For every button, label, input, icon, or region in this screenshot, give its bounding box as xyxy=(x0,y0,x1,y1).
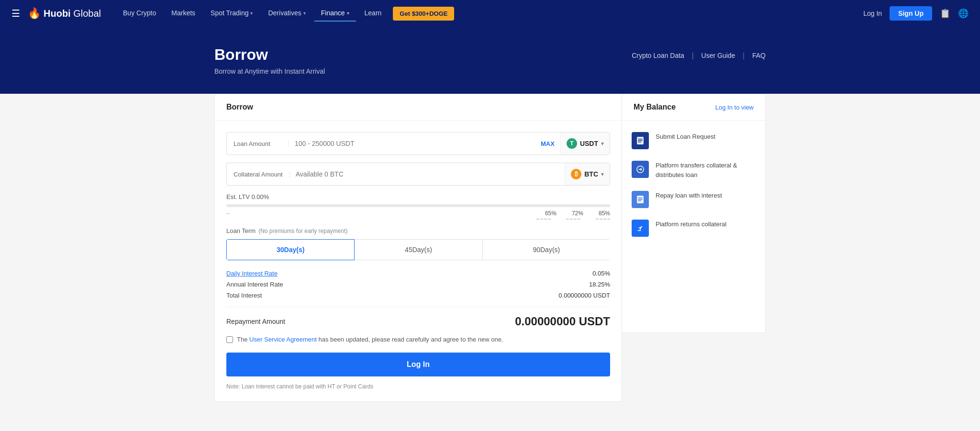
loan-currency-chevron-icon: ▾ xyxy=(601,141,604,147)
ltv-dash: – xyxy=(226,210,230,217)
nav-markets[interactable]: Markets xyxy=(165,5,202,22)
user-icon[interactable]: 📋 xyxy=(940,8,950,19)
globe-icon[interactable]: 🌐 xyxy=(958,8,969,19)
hamburger-icon[interactable]: ☰ xyxy=(11,8,20,19)
finance-chevron-icon: ▾ xyxy=(347,11,349,16)
collateral-input[interactable] xyxy=(290,170,565,178)
process-icon-1 xyxy=(632,132,649,149)
nav-spot-trading[interactable]: Spot Trading ▾ xyxy=(204,5,259,22)
ltv-72-marker: 72% xyxy=(572,210,583,217)
login-button[interactable]: Log In xyxy=(226,353,610,376)
loan-amount-label: Loan Amount xyxy=(227,140,289,147)
total-interest-row: Total Interest 0.00000000 USDT xyxy=(226,292,610,299)
total-interest-label: Total Interest xyxy=(226,292,262,299)
daily-rate-row: Daily Interest Rate 0.05% xyxy=(226,270,610,277)
process-icon-3 xyxy=(632,191,649,208)
total-interest-value: 0.00000000 USDT xyxy=(558,292,610,299)
right-login-link[interactable]: Log In to view xyxy=(715,104,754,111)
hero-sep-2: | xyxy=(743,52,745,59)
annual-rate-value: 18.25% xyxy=(589,281,610,288)
svg-rect-1 xyxy=(638,139,643,140)
ltv-bar-track xyxy=(226,204,610,207)
ltv-65-marker: 65% xyxy=(545,210,557,217)
svg-rect-6 xyxy=(638,198,643,199)
derivatives-chevron-icon: ▾ xyxy=(303,11,306,16)
my-balance-title: My Balance xyxy=(634,103,676,111)
process-text-2: Platform transfers collateral & distribu… xyxy=(656,161,756,179)
right-panel: My Balance Log In to view Submit Loan Re… xyxy=(622,94,766,333)
nav-derivatives[interactable]: Derivatives ▾ xyxy=(261,5,312,22)
process-item-4: Platform returns collateral xyxy=(632,220,756,237)
collateral-currency-selector[interactable]: ₿ BTC ▾ xyxy=(565,163,610,185)
logo[interactable]: 🔥 Huobi Global xyxy=(28,7,101,20)
signup-button[interactable]: Sign Up xyxy=(890,6,932,21)
page-subtitle: Borrow at Anytime with Instant Arrival xyxy=(214,67,325,75)
hero-links: Crypto Loan Data | User Guide | FAQ xyxy=(632,46,766,59)
ltv-bar-section: – 65% 72% 85% xyxy=(226,204,610,221)
ltv-85-marker: 85% xyxy=(599,210,610,217)
note-text: Note: Loan interest cannot be paid with … xyxy=(226,383,610,390)
term-30-button[interactable]: 30Day(s) xyxy=(226,239,355,260)
daily-rate-label[interactable]: Daily Interest Rate xyxy=(226,270,278,277)
hero-section: Borrow Borrow at Anytime with Instant Ar… xyxy=(0,27,980,94)
page-title: Borrow xyxy=(214,46,325,64)
borrow-card-body: Loan Amount MAX T USDT ▾ Collateral Amou… xyxy=(215,121,622,401)
collateral-label: Collateral Amount xyxy=(227,171,290,178)
nav-buy-crypto[interactable]: Buy Crypto xyxy=(116,5,163,22)
loan-currency-selector[interactable]: T USDT ▾ xyxy=(560,133,610,155)
collateral-amount-row: Collateral Amount ₿ BTC ▾ xyxy=(226,163,610,186)
process-icon-2 xyxy=(632,161,649,178)
nav-right: Log In Sign Up 📋 🌐 xyxy=(863,6,969,21)
repayment-row: Repayment Amount 0.00000000 USDT xyxy=(226,315,610,328)
process-icon-4 xyxy=(632,220,649,237)
svg-rect-2 xyxy=(638,140,643,141)
crypto-loan-data-link[interactable]: Crypto Loan Data xyxy=(632,52,684,59)
loan-term-note: (No premiums for early repayment) xyxy=(258,228,347,234)
loan-amount-row: Loan Amount MAX T USDT ▾ xyxy=(226,132,610,155)
right-panel-body: Submit Loan Request Platform transfers c… xyxy=(622,121,765,260)
cta-button[interactable]: Get $300+DOGE xyxy=(393,7,454,21)
nav-learn[interactable]: Learn xyxy=(358,5,389,22)
loan-amount-input[interactable] xyxy=(289,140,535,147)
collateral-currency-chevron-icon: ▾ xyxy=(601,171,604,177)
process-text-3: Repay loan with interest xyxy=(656,191,722,200)
process-text-1: Submit Loan Request xyxy=(656,132,715,142)
agreement-link[interactable]: User Service Agreement xyxy=(249,336,317,343)
usdt-icon: T xyxy=(567,138,577,149)
faq-link[interactable]: FAQ xyxy=(752,52,766,59)
hero-sep-1: | xyxy=(692,52,694,59)
agreement-checkbox[interactable] xyxy=(226,336,233,343)
loan-term-label: Loan Term xyxy=(226,227,256,234)
user-guide-link[interactable]: User Guide xyxy=(702,52,735,59)
loan-currency-label: USDT xyxy=(580,140,598,147)
annual-rate-label: Annual Interest Rate xyxy=(226,281,283,288)
annual-rate-row: Annual Interest Rate 18.25% xyxy=(226,281,610,288)
term-45-button[interactable]: 45Day(s) xyxy=(354,239,482,260)
agreement-text: The User Service Agreement has been upda… xyxy=(237,336,503,343)
borrow-tab[interactable]: Borrow xyxy=(215,94,622,121)
collateral-currency-label: BTC xyxy=(584,170,598,178)
repayment-label: Repayment Amount xyxy=(226,318,285,325)
nav-login-link[interactable]: Log In xyxy=(863,10,882,17)
process-text-4: Platform returns collateral xyxy=(656,220,726,229)
term-buttons: 30Day(s) 45Day(s) 90Day(s) xyxy=(226,239,610,260)
process-item-3: Repay loan with interest xyxy=(632,191,756,208)
max-button[interactable]: MAX xyxy=(535,140,560,147)
nav-links: Buy Crypto Markets Spot Trading ▾ Deriva… xyxy=(116,5,863,22)
process-item-1: Submit Loan Request xyxy=(632,132,756,149)
borrow-card: Borrow Loan Amount MAX T USDT ▾ Collater… xyxy=(214,94,622,402)
navbar: ☰ 🔥 Huobi Global Buy Crypto Markets Spot… xyxy=(0,0,980,27)
loan-term-row: Loan Term (No premiums for early repayme… xyxy=(226,227,610,234)
process-item-2: Platform transfers collateral & distribu… xyxy=(632,161,756,179)
repayment-value: 0.00000000 USDT xyxy=(515,315,610,328)
main-content: Borrow Loan Amount MAX T USDT ▾ Collater… xyxy=(203,94,777,421)
nav-finance[interactable]: Finance ▾ xyxy=(314,5,356,22)
divider xyxy=(226,307,610,307)
term-90-button[interactable]: 90Day(s) xyxy=(482,239,610,260)
spot-chevron-icon: ▾ xyxy=(250,11,253,16)
logo-flame: 🔥 xyxy=(28,7,41,20)
daily-rate-value: 0.05% xyxy=(592,270,610,277)
agreement-row: The User Service Agreement has been upda… xyxy=(226,336,610,343)
right-panel-header: My Balance Log In to view xyxy=(622,94,765,121)
svg-rect-8 xyxy=(638,200,641,201)
